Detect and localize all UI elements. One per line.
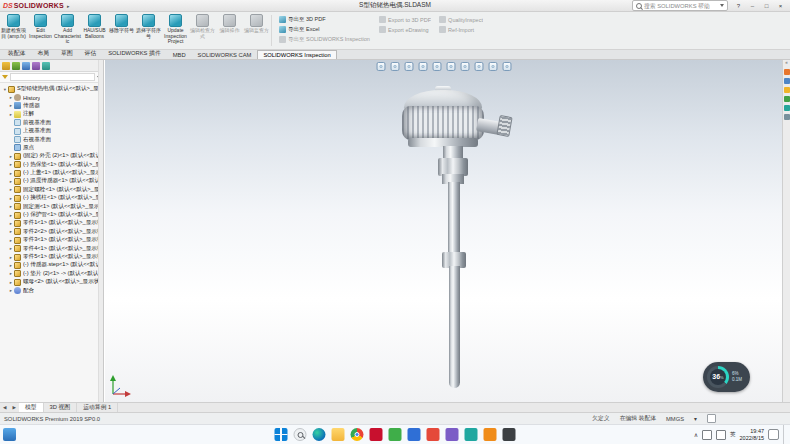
ribbon-tab[interactable]: 装配体 [2,47,31,59]
ribbon-tab[interactable]: MBD [167,50,192,59]
video-app-icon[interactable] [446,428,459,441]
cloud-app-icon[interactable] [465,428,478,441]
maximize-button[interactable]: □ [760,1,773,11]
model-tab[interactable]: 模型 [19,403,44,412]
ribbon-button[interactable]: 编辑操作 [216,12,243,49]
tree-item[interactable]: ▸ (-) 热保垫<1> (默认<<默认>_显示状... [2,161,103,169]
search-dropdown-icon[interactable] [720,4,724,7]
help-button[interactable]: ? [732,1,745,11]
ribbon-tab[interactable]: 评估 [79,47,103,59]
model-probe-lower[interactable] [449,266,460,378]
appearances-icon[interactable] [784,105,790,111]
ribbon-button[interactable]: 新建检查项目 (amp.fx) [0,12,27,49]
tree-item[interactable]: ▸ (固定) 外壳 (2)<1> (默认<<默认>_显示状态 [2,152,103,160]
zoom-area-icon[interactable] [390,62,399,71]
tree-item[interactable]: ▸ (-) 接线柱<1> (默认<<默认>_显示状... [2,194,103,202]
tray-overflow-chevron[interactable]: ∧ [694,431,698,438]
tree-item[interactable]: 右视基准面 [2,135,103,143]
ribbon-button[interactable]: 选择字符序号 [135,12,162,49]
network-icon[interactable] [702,430,712,440]
design-library-icon[interactable] [784,78,790,84]
ribbon-tab[interactable]: 布局 [31,47,55,59]
ribbon-button[interactable]: Edit Inspection [27,12,54,49]
ribbon-tab[interactable]: SOLIDWORKS 插件 [102,47,167,59]
tree-item[interactable]: ▸ 零件3<1> (默认<<默认>_显示状态... [2,236,103,244]
export-menu-item[interactable]: 导出至 3D PDF [279,16,371,23]
resources-tab-icon[interactable] [784,69,790,75]
close-button[interactable]: × [774,1,787,11]
tree-item[interactable]: ▸ (-) 传感器.step<1> (默认<<默认... [2,261,103,269]
search-icon[interactable] [294,428,307,441]
performance-overlay[interactable]: 36 % 6% 0.1M [703,362,750,392]
tree-item[interactable]: ▸ 注解 [2,110,103,118]
qq-icon[interactable] [408,428,421,441]
tree-item[interactable]: ▾ S型铂铑热电偶 (默认<<默认>_显示状态-1 [2,85,103,93]
export-menu-item[interactable]: Export to 3D PDF [379,16,431,23]
file-explorer-icon[interactable] [332,428,345,441]
menu-expand-arrow[interactable]: ▸ [67,3,70,9]
search-input[interactable] [644,3,718,9]
start-icon[interactable] [275,428,288,441]
input-language-indicator[interactable]: 英 [730,431,736,438]
tabs-scroll-left[interactable]: ◀ [0,405,9,410]
ribbon-button[interactable]: 移除字符号 [108,12,135,49]
thermocouple-model[interactable] [395,85,515,395]
featuremanager-tab-icon[interactable] [2,62,10,70]
model-probe-tip[interactable] [449,376,460,388]
tree-item[interactable]: ▸ (-) 垫片 (2)<1> -> (默认<<默认>... [2,270,103,278]
filter-funnel-icon[interactable] [2,75,8,79]
tree-item[interactable]: ▸ 零件2<2> (默认<<默认>_显示状态... [2,228,103,236]
units-dropdown-arrow[interactable]: ▾ [694,416,697,422]
model-tab[interactable]: 3D 视图 [44,403,78,412]
view-orientation-icon[interactable] [432,62,441,71]
previous-view-icon[interactable] [404,62,413,71]
view-settings-icon[interactable] [502,62,511,71]
model-gland-cap[interactable] [496,115,512,137]
ribbon-tab[interactable]: 草图 [55,47,79,59]
widgets-icon[interactable] [3,428,16,441]
tabs-scroll-right[interactable]: ▶ [9,405,18,410]
apply-scene-icon[interactable] [488,62,497,71]
zoom-fit-icon[interactable] [376,62,385,71]
export-menu-item[interactable]: Export eDrawing [379,26,431,33]
tree-item[interactable]: 前视基准面 [2,119,103,127]
model-tab[interactable]: 运动算例 1 [77,403,118,412]
tree-item[interactable]: ▸ (-) 温度传感器<1> (默认<<默认>_显... [2,177,103,185]
edit-appearance-icon[interactable] [474,62,483,71]
export-menu-item[interactable]: QualityInspect [439,16,483,23]
chrome-icon[interactable] [351,428,364,441]
settings-app-icon[interactable] [503,428,516,441]
dimxpertmanager-tab-icon[interactable] [32,62,40,70]
file-explorer-icon[interactable] [784,87,790,93]
tree-item[interactable]: ▸ 螺母<2> (默认<<默认>_显示状态 [2,278,103,286]
model-head-ribbed-band[interactable] [402,106,484,140]
show-desktop-button[interactable] [783,425,787,444]
export-menu-item[interactable]: 导出至 Excel [279,26,371,33]
tree-item[interactable]: ▸ 零件4<1> (默认<<默认>_显示状态... [2,244,103,252]
search-box[interactable] [632,0,728,11]
export-menu-item[interactable]: 导出至 SOLIDWORKS Inspection 项目 [279,36,371,43]
ribbon-button[interactable]: HAU/SUB Balloons [81,12,108,49]
tree-item[interactable]: ▸ History [2,93,103,101]
graphics-viewport[interactable]: 36 % 6% 0.1M [105,60,782,402]
ribbon-button[interactable]: 编辑监查方 [243,12,270,49]
tree-item[interactable]: ▸ 配合 [2,286,103,294]
export-menu-item[interactable]: Ref-Import [439,26,483,33]
minimize-button[interactable]: – [746,1,759,11]
ribbon-button[interactable]: 编辑检查方式 [189,12,216,49]
tree-item[interactable]: ▸ 固定螺栓<1> (默认<<默认>_显示状... [2,186,103,194]
volume-icon[interactable] [716,430,726,440]
tree-item[interactable]: ▸ (-) 上盖<1> (默认<<默认>_显示状... [2,169,103,177]
configurationmanager-tab-icon[interactable] [22,62,30,70]
tree-item[interactable]: 上视基准面 [2,127,103,135]
tree-item[interactable]: ▸ 固定测<1> (默认<<默认>_显示状态... [2,202,103,210]
ribbon-tab[interactable]: SOLIDWORKS CAM [192,50,258,59]
propertymanager-tab-icon[interactable] [12,62,20,70]
ribbon-button[interactable]: Update Inspection Project [162,12,189,49]
tree-item[interactable]: ▸ (-) 保护管<1> (默认<<默认>_显示状... [2,211,103,219]
tree-filter-input[interactable] [10,73,95,81]
task-pane-collapse-chevron[interactable]: « [785,61,788,66]
status-options-icon[interactable] [707,414,716,423]
music-app-icon[interactable] [427,428,440,441]
custom-properties-icon[interactable] [784,114,790,120]
